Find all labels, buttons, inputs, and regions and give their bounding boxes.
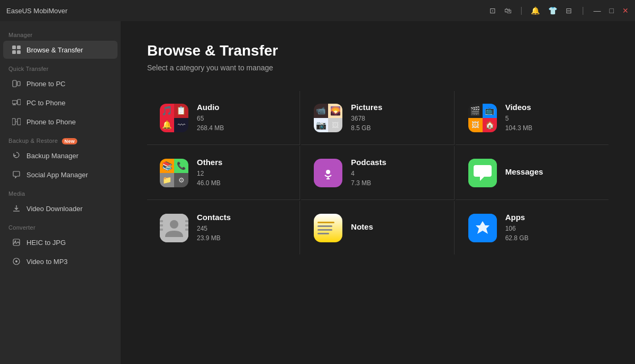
- pictures-icon: 📹 🌄 📷 🖼: [314, 104, 342, 132]
- svg-point-16: [15, 260, 17, 262]
- svg-rect-5: [17, 81, 20, 86]
- category-grid: 🎵 📋 🔔 〰 Audio 65 268.4 MB 📹 🌄: [147, 91, 609, 254]
- tshirt-icon[interactable]: 👕: [548, 6, 557, 15]
- svg-rect-2: [12, 50, 16, 54]
- svg-rect-29: [185, 229, 188, 231]
- svg-rect-27: [185, 220, 188, 222]
- titlebar: EaseUS MobiMover ⊡ 🛍 | 🔔 👕 ⊟ | — □ ✕: [0, 0, 635, 21]
- section-label-converter: Converter: [0, 218, 121, 233]
- videos-stats: 5 104.3 MB: [505, 114, 532, 133]
- svg-rect-6: [12, 101, 17, 104]
- svg-rect-9: [17, 99, 21, 105]
- svg-rect-26: [160, 229, 163, 231]
- sidebar-item-label: Browse & Transfer: [26, 46, 83, 54]
- sidebar-item-label: Video to MP3: [26, 258, 68, 266]
- sidebar-item-phone-to-phone[interactable]: Phone to Phone: [3, 113, 117, 131]
- section-label-quick-transfer: Quick Transfer: [0, 59, 121, 74]
- category-card-videos[interactable]: 🎬 📺 🖼 🏠 Videos 5 104.3 MB: [456, 91, 609, 145]
- audio-stats: 65 268.4 MB: [197, 114, 224, 133]
- notes-name: Notes: [351, 222, 373, 231]
- sidebar-item-video-downloader[interactable]: Video Downloader: [3, 199, 117, 217]
- videos-icon: 🎬 📺 🖼 🏠: [468, 104, 497, 132]
- app-title: EaseUS MobiMover: [6, 7, 68, 15]
- category-card-audio[interactable]: 🎵 📋 🔔 〰 Audio 65 268.4 MB: [147, 91, 300, 145]
- contacts-stats: 245 23.9 MB: [197, 224, 231, 243]
- sidebar-item-label: Phone to PC: [26, 80, 66, 88]
- sidebar-item-label: HEIC to JPG: [26, 239, 66, 247]
- sidebar-item-label: Social App Manager: [26, 171, 88, 179]
- social-app-icon: [12, 170, 21, 179]
- bell-icon[interactable]: 🔔: [531, 6, 540, 15]
- contacts-icon: [160, 214, 188, 242]
- messages-name: Messages: [505, 167, 543, 176]
- svg-point-14: [15, 241, 16, 242]
- category-card-podcasts[interactable]: Podcasts 4 7.3 MB: [301, 146, 454, 200]
- messages-icon: [468, 159, 497, 187]
- backup-manager-icon: [12, 151, 21, 160]
- device-icon[interactable]: ⊡: [489, 6, 496, 15]
- video-downloader-icon: [12, 204, 21, 213]
- minimize-icon[interactable]: —: [594, 6, 601, 15]
- page-subtitle: Select a category you want to manage: [147, 63, 609, 72]
- sidebar-item-social-app-manager[interactable]: Social App Manager: [3, 166, 117, 184]
- pictures-stats: 3678 8.5 GB: [351, 114, 382, 133]
- svg-rect-1: [17, 46, 21, 49]
- sidebar-item-label: Phone to Phone: [26, 118, 76, 126]
- podcasts-icon: [314, 159, 342, 187]
- sidebar-item-label: Video Downloader: [26, 205, 83, 213]
- expand-icon[interactable]: ⊟: [566, 6, 572, 15]
- others-icon: 📚 📞 📁 ⚙: [160, 159, 188, 187]
- svg-rect-24: [160, 220, 163, 222]
- podcasts-name: Podcasts: [351, 158, 386, 167]
- svg-point-18: [326, 170, 330, 174]
- svg-rect-0: [12, 46, 16, 49]
- sidebar: Manager Browse & Transfer Quick Transfer: [0, 21, 121, 364]
- category-card-messages[interactable]: Messages: [456, 146, 609, 200]
- close-icon[interactable]: ✕: [622, 6, 629, 15]
- svg-rect-4: [13, 80, 16, 87]
- new-badge: New: [62, 138, 77, 144]
- others-name: Others: [197, 158, 222, 167]
- category-card-others[interactable]: 📚 📞 📁 ⚙ Others 12 46.0 MB: [147, 146, 300, 200]
- audio-icon: 🎵 📋 🔔 〰: [160, 104, 188, 132]
- section-label-media: Media: [0, 184, 121, 199]
- notes-icon: [314, 214, 342, 242]
- audio-name: Audio: [197, 103, 224, 112]
- category-card-apps[interactable]: Apps 106 62.8 GB: [456, 201, 609, 254]
- sidebar-item-label: Backup Manager: [26, 152, 78, 160]
- svg-point-23: [170, 220, 178, 229]
- others-stats: 12 46.0 MB: [197, 169, 222, 188]
- bag-icon[interactable]: 🛍: [504, 6, 512, 15]
- heic-icon: [12, 238, 21, 247]
- page-title: Browse & Transfer: [147, 42, 609, 59]
- video-to-mp3-icon: [12, 257, 21, 266]
- category-card-pictures[interactable]: 📹 🌄 📷 🖼 Pictures 3678 8.5 GB: [301, 91, 454, 145]
- svg-rect-3: [17, 50, 21, 54]
- phone-to-pc-icon: [12, 79, 21, 88]
- svg-rect-10: [12, 119, 15, 125]
- sidebar-item-browse-transfer[interactable]: Browse & Transfer: [3, 41, 117, 59]
- content-area: Browse & Transfer Select a category you …: [121, 21, 635, 364]
- svg-rect-11: [17, 119, 21, 125]
- section-label-manager: Manager: [0, 25, 121, 40]
- sidebar-item-video-to-mp3[interactable]: Video to MP3: [3, 252, 117, 270]
- apps-stats: 106 62.8 GB: [505, 224, 529, 243]
- category-card-notes[interactable]: Notes: [301, 201, 454, 254]
- browse-transfer-icon: [12, 45, 21, 54]
- pictures-name: Pictures: [351, 103, 382, 112]
- sidebar-item-heic-to-jpg[interactable]: HEIC to JPG: [3, 233, 117, 251]
- svg-rect-28: [185, 224, 188, 226]
- apps-icon: [468, 214, 497, 242]
- section-label-backup: Backup & Restore New: [0, 131, 121, 146]
- category-card-contacts[interactable]: Contacts 245 23.9 MB: [147, 201, 300, 254]
- contacts-name: Contacts: [197, 213, 231, 222]
- maximize-icon[interactable]: □: [610, 6, 614, 15]
- sidebar-item-phone-to-pc[interactable]: Phone to PC: [3, 75, 117, 93]
- sidebar-item-label: PC to Phone: [26, 99, 66, 107]
- sidebar-item-backup-manager[interactable]: Backup Manager: [3, 147, 117, 165]
- podcasts-stats: 4 7.3 MB: [351, 169, 386, 188]
- phone-to-phone-icon: [12, 117, 21, 126]
- sidebar-item-pc-to-phone[interactable]: PC to Phone: [3, 94, 117, 112]
- main-layout: Manager Browse & Transfer Quick Transfer: [0, 21, 635, 364]
- window-controls: ⊡ 🛍 | 🔔 👕 ⊟ | — □ ✕: [489, 6, 629, 15]
